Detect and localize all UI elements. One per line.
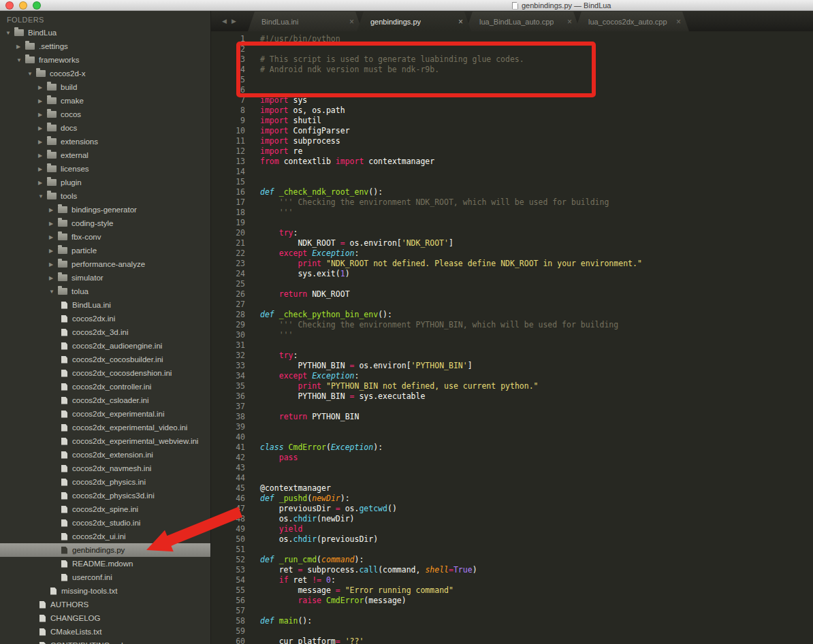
code-line[interactable]: 58def main(): [211, 616, 813, 626]
code-line[interactable]: 28def _check_python_bin_env(): [211, 310, 813, 320]
code-line[interactable]: 11import subprocess [211, 136, 813, 146]
editor-tab-bindlua-ini[interactable]: BindLua.ini× [248, 12, 362, 31]
editor-tab-lua-cocos2dx-auto-cpp[interactable]: lua_cocos2dx_auto.cpp× [575, 12, 689, 31]
code-line[interactable]: 39 [211, 422, 813, 432]
chevron-down-icon[interactable]: ▼ [5, 30, 14, 36]
code-line[interactable]: 10import ConfigParser [211, 126, 813, 136]
sidebar-item-frameworks[interactable]: ▼frameworks [0, 53, 210, 67]
code-line[interactable]: 45@contextmanager [211, 483, 813, 494]
chevron-right-icon[interactable]: ▶ [38, 166, 47, 172]
chevron-right-icon[interactable]: ▶ [49, 234, 58, 240]
sidebar-item-cocos2dx-ini[interactable]: cocos2dx.ini [0, 312, 210, 325]
editor-tab-genbindings-py[interactable]: genbindings.py× [357, 12, 471, 31]
code-line[interactable]: 47 previousDir = os.getcwd() [211, 504, 813, 514]
tab-close-icon[interactable]: × [567, 17, 572, 27]
minimize-button[interactable] [19, 1, 27, 10]
code-line[interactable]: 48 os.chdir(newDir) [211, 514, 813, 524]
sidebar-item-external[interactable]: ▶external [0, 148, 210, 162]
code-line[interactable]: 33 PYTHON_BIN = os.environ['PYTHON_BIN'] [211, 361, 813, 371]
sidebar-item-cocos2dx-audioengine-ini[interactable]: cocos2dx_audioengine.ini [0, 339, 210, 353]
code-line[interactable]: 36 PYTHON_BIN = sys.executable [211, 391, 813, 402]
sidebar-item-tools[interactable]: ▼tools [0, 189, 210, 203]
sidebar-item-tolua[interactable]: ▼tolua [0, 285, 210, 298]
code-line[interactable]: 23 print "NDK_ROOT not defined. Please d… [211, 259, 813, 269]
code-line[interactable]: 37 [211, 402, 813, 412]
chevron-right-icon[interactable]: ▶ [38, 180, 47, 186]
chevron-down-icon[interactable]: ▼ [49, 289, 58, 295]
sidebar-item-cocos2dx-physics-ini[interactable]: cocos2dx_physics.ini [0, 475, 210, 489]
sidebar-item-bindlua[interactable]: ▼BindLua [0, 26, 210, 39]
sidebar-item-build[interactable]: ▶build [0, 80, 210, 94]
sidebar-item-coding-style[interactable]: ▶coding-style [0, 216, 210, 230]
code-line[interactable]: 12import re [211, 146, 813, 157]
zoom-button[interactable] [33, 1, 41, 10]
sidebar-item-cocos2dx-physics3d-ini[interactable]: cocos2dx_physics3d.ini [0, 489, 210, 502]
code-line[interactable]: 7import sys [211, 95, 813, 106]
code-line[interactable]: 6 [211, 85, 813, 95]
code-line[interactable]: 42 pass [211, 453, 813, 463]
sidebar-item-cocos[interactable]: ▶cocos [0, 108, 210, 121]
tab-close-icon[interactable]: × [676, 17, 681, 27]
code-line[interactable]: 15 [211, 177, 813, 187]
sidebar-item-cocos2dx-cocosdenshion-ini[interactable]: cocos2dx_cocosdenshion.ini [0, 366, 210, 380]
code-line[interactable]: 19 [211, 218, 813, 228]
code-area[interactable]: 1#!/usr/bin/python23# This script is use… [211, 31, 813, 644]
sidebar-item-fbx-conv[interactable]: ▶fbx-conv [0, 230, 210, 244]
sidebar-item-cocos2dx-ui-ini[interactable]: cocos2dx_ui.ini [0, 530, 210, 543]
chevron-down-icon[interactable]: ▼ [27, 71, 36, 77]
code-line[interactable]: 14 [211, 167, 813, 177]
sidebar-item-cmake[interactable]: ▶cmake [0, 94, 210, 108]
sidebar-item-changelog[interactable]: CHANGELOG [0, 611, 210, 625]
chevron-right-icon[interactable]: ▶ [38, 139, 47, 145]
chevron-right-icon[interactable]: ▶ [38, 112, 47, 118]
tab-scroll-right-icon[interactable]: ▶ [232, 18, 236, 25]
sidebar-item--settings[interactable]: ▶.settings [0, 39, 210, 53]
code-line[interactable]: 35 print "PYTHON_BIN not defined, use cu… [211, 381, 813, 391]
code-line[interactable]: 3# This script is used to generate luabi… [211, 54, 813, 65]
chevron-right-icon[interactable]: ▶ [49, 275, 58, 281]
code-line[interactable]: 20 try: [211, 228, 813, 238]
sidebar-item-genbindings-py[interactable]: genbindings.py [0, 543, 210, 557]
code-line[interactable]: 2 [211, 44, 813, 54]
sidebar-item-bindlua-ini[interactable]: BindLua.ini [0, 298, 210, 312]
code-line[interactable]: 26 return NDK_ROOT [211, 289, 813, 300]
code-line[interactable]: 50 os.chdir(previousDir) [211, 534, 813, 545]
code-line[interactable]: 57 [211, 606, 813, 616]
sidebar-item-cocos2dx-studio-ini[interactable]: cocos2dx_studio.ini [0, 516, 210, 530]
chevron-right-icon[interactable]: ▶ [49, 221, 58, 227]
code-line[interactable]: 52def _run_cmd(command): [211, 555, 813, 565]
code-line[interactable]: 60 cur_platform= '??' [211, 637, 813, 644]
chevron-down-icon[interactable]: ▼ [38, 193, 47, 199]
sidebar-item-missing-tools-txt[interactable]: missing-tools.txt [0, 584, 210, 598]
code-line[interactable]: 54 if ret != 0: [211, 575, 813, 585]
sidebar-item-cocos2dx-extension-ini[interactable]: cocos2dx_extension.ini [0, 448, 210, 462]
code-line[interactable]: 17 ''' Checking the environment NDK_ROOT… [211, 197, 813, 208]
sidebar-item-cmakelists-txt[interactable]: CMakeLists.txt [0, 625, 210, 639]
code-line[interactable]: 24 sys.exit(1) [211, 269, 813, 279]
tab-scroll-left-icon[interactable]: ◀ [222, 18, 227, 25]
sidebar-item-particle[interactable]: ▶particle [0, 244, 210, 257]
sidebar-item-simulator[interactable]: ▶simulator [0, 271, 210, 285]
sidebar-item-bindings-generator[interactable]: ▶bindings-generator [0, 203, 210, 216]
code-line[interactable]: 32 try: [211, 351, 813, 361]
code-line[interactable]: 16def _check_ndk_root_env(): [211, 187, 813, 197]
sidebar-item-cocos2dx-experimental-video-ini[interactable]: cocos2dx_experimental_video.ini [0, 421, 210, 434]
sidebar-item-cocos2dx-cocosbuilder-ini[interactable]: cocos2dx_cocosbuilder.ini [0, 353, 210, 366]
sidebar-item-cocos2dx-3d-ini[interactable]: cocos2dx_3d.ini [0, 325, 210, 339]
sidebar-item-readme-mdown[interactable]: README.mdown [0, 557, 210, 570]
chevron-right-icon[interactable]: ▶ [49, 261, 58, 268]
editor-tab-lua-bindlua-auto-cpp[interactable]: lua_BindLua_auto.cpp× [466, 12, 580, 31]
code-line[interactable]: 40 [211, 432, 813, 442]
code-line[interactable]: 43 [211, 463, 813, 473]
tab-close-icon[interactable]: × [458, 17, 463, 27]
sidebar-item-cocos2dx-experimental-ini[interactable]: cocos2dx_experimental.ini [0, 407, 210, 421]
tab-close-icon[interactable]: × [349, 17, 354, 27]
code-line[interactable]: 29 ''' Checking the environment PYTHON_B… [211, 320, 813, 330]
code-line[interactable]: 1#!/usr/bin/python [211, 34, 813, 44]
sidebar-item-plugin[interactable]: ▶plugin [0, 176, 210, 189]
chevron-right-icon[interactable]: ▶ [38, 152, 47, 159]
code-line[interactable]: 59 [211, 626, 813, 637]
close-button[interactable] [5, 1, 14, 10]
chevron-right-icon[interactable]: ▶ [49, 207, 58, 213]
sidebar-item-cocos2dx-csloader-ini[interactable]: cocos2dx_csloader.ini [0, 393, 210, 407]
